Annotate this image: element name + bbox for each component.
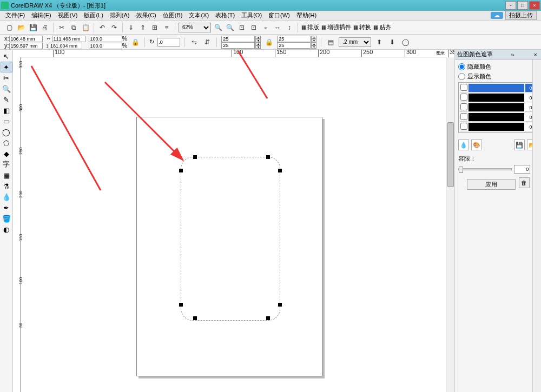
mask-row-checkbox[interactable] — [460, 103, 467, 110]
menu-help[interactable]: 帮助(H) — [293, 11, 320, 19]
eyedropper-icon[interactable]: 💧 — [458, 139, 469, 150]
mask-swatch[interactable] — [469, 113, 524, 122]
mask-swatch[interactable] — [469, 94, 524, 102]
corner-br-input[interactable] — [277, 42, 311, 49]
maximize-button[interactable]: □ — [517, 1, 528, 10]
menu-effects[interactable]: 效果(C) — [133, 11, 160, 19]
print-icon[interactable]: 🖨 — [40, 23, 50, 32]
menu-arrange[interactable]: 排列(A) — [107, 11, 133, 19]
mask-row-checkbox[interactable] — [460, 123, 467, 130]
interactive-fill-tool[interactable]: ◐ — [1, 224, 12, 235]
scale-h-input[interactable] — [89, 43, 122, 49]
apply-button[interactable]: 应用 — [467, 179, 516, 190]
basic-shapes-tool[interactable]: ◆ — [1, 148, 12, 159]
crop-tool[interactable]: ✂ — [1, 72, 12, 83]
mask-swatch[interactable] — [469, 123, 524, 131]
to-back-icon[interactable]: ⬇ — [387, 37, 397, 47]
layout-button[interactable]: ▦ 排版 — [301, 23, 319, 31]
scale-w-input[interactable] — [89, 36, 122, 42]
convert-button[interactable]: ▦ 转换 — [353, 23, 371, 31]
docker-title-bar[interactable]: 位图颜色遮罩 » × — [455, 50, 541, 59]
import-icon[interactable]: ⇓ — [126, 23, 136, 32]
mask-swatch[interactable] — [469, 103, 524, 112]
handle-bottom-r[interactable] — [266, 316, 270, 320]
table-tool[interactable]: ▦ — [1, 170, 12, 181]
mask-row-checkbox[interactable] — [460, 94, 467, 101]
tolerance-slider[interactable] — [458, 168, 512, 170]
menu-view[interactable]: 视图(V) — [55, 11, 81, 19]
docker-menu-icon[interactable]: » — [509, 51, 516, 58]
mask-row-checkbox[interactable] — [460, 84, 467, 91]
save-icon[interactable]: 💾 — [28, 23, 38, 32]
ellipse-tool[interactable]: ◯ — [1, 127, 12, 137]
freehand-tool[interactable]: ✎ — [1, 94, 12, 105]
plugin-button[interactable]: ▦ 增强插件 — [321, 23, 351, 31]
x-input[interactable] — [9, 36, 43, 42]
lock-ratio-icon[interactable]: 🔒 — [130, 37, 140, 47]
mirror-v-icon[interactable]: ⇵ — [202, 37, 212, 47]
menu-layout[interactable]: 版面(L) — [81, 11, 106, 19]
outline-tool[interactable]: ✒ — [1, 202, 12, 213]
zoom-in-icon[interactable]: 🔍 — [213, 23, 223, 32]
interactive-tool[interactable]: ⚗ — [1, 181, 12, 191]
vertical-scrollbar[interactable] — [446, 57, 454, 392]
upload-button[interactable]: 拍摄上传 — [505, 11, 537, 20]
snap-button[interactable]: ▦ 贴齐 — [373, 23, 391, 31]
show-color-radio[interactable] — [458, 73, 465, 80]
to-front-icon[interactable]: ⬆ — [374, 37, 384, 47]
mirror-h-icon[interactable]: ⇋ — [189, 37, 199, 47]
zoom-height-icon[interactable]: ↕ — [285, 23, 294, 32]
cut-icon[interactable]: ✂ — [57, 23, 67, 32]
paste-icon[interactable]: 📋 — [81, 23, 90, 32]
zoom-sel-icon[interactable]: ⊡ — [249, 23, 259, 32]
y-input[interactable] — [9, 43, 43, 49]
menu-text[interactable]: 文本(X) — [186, 11, 212, 19]
handle-left[interactable] — [179, 169, 183, 172]
rounded-rectangle-shape[interactable] — [181, 157, 280, 321]
corner-tl-input[interactable] — [221, 36, 255, 42]
close-button[interactable]: × — [529, 1, 540, 10]
color-palette-strip[interactable] — [532, 59, 541, 392]
edit-color-icon[interactable]: 🎨 — [471, 139, 482, 150]
spin-down-icon[interactable]: ▾ — [255, 45, 261, 49]
zoom-select[interactable]: 62% — [179, 23, 211, 32]
undo-icon[interactable]: ↶ — [97, 23, 107, 32]
open-icon[interactable]: 📂 — [16, 23, 26, 32]
menu-table[interactable]: 表格(T) — [212, 11, 238, 19]
fill-tool[interactable]: 🪣 — [1, 213, 12, 224]
smart-fill-tool[interactable]: ◧ — [1, 105, 12, 116]
mask-row-checkbox[interactable] — [460, 113, 467, 120]
save-mask-icon[interactable]: 💾 — [514, 139, 525, 150]
polygon-tool[interactable]: ⬠ — [1, 137, 12, 148]
copy-icon[interactable]: ⧉ — [69, 23, 78, 32]
export-icon[interactable]: ⇑ — [138, 23, 148, 32]
convert-curves-icon[interactable]: ◯ — [400, 37, 410, 47]
zoom-out-icon[interactable]: 🔍 — [225, 23, 235, 32]
tolerance-input[interactable] — [514, 165, 530, 174]
outline-width-select[interactable]: .2 mm — [339, 37, 371, 47]
menu-bitmap[interactable]: 位图(B) — [160, 11, 186, 19]
zoom-width-icon[interactable]: ↔ — [273, 23, 282, 32]
handle-top-right[interactable] — [266, 155, 270, 159]
redo-icon[interactable]: ↷ — [109, 23, 119, 32]
zoom-tool[interactable]: 🔍 — [1, 83, 12, 94]
minimize-button[interactable]: - — [505, 1, 516, 10]
hide-color-radio[interactable] — [458, 63, 465, 70]
corner-lock-icon[interactable]: 🔒 — [264, 37, 274, 47]
text-tool[interactable]: 字 — [1, 159, 12, 170]
zoom-page-icon[interactable]: ▫ — [261, 23, 270, 32]
corner-bl-input[interactable] — [221, 42, 255, 49]
spin-down-icon[interactable]: ▾ — [311, 45, 316, 49]
docker-close-icon[interactable]: × — [532, 51, 539, 58]
handle-bottom-left[interactable] — [179, 303, 183, 307]
delete-icon[interactable]: 🗑 — [519, 177, 530, 188]
handle-bottom[interactable] — [193, 316, 197, 320]
handle-bottom-right[interactable] — [278, 303, 282, 307]
app-launch-icon[interactable]: ⊞ — [150, 23, 160, 32]
scroll-thumb[interactable] — [447, 122, 454, 187]
welcome-icon[interactable]: ≡ — [162, 23, 171, 32]
handle-right[interactable] — [278, 169, 282, 172]
rectangle-tool[interactable]: ▭ — [1, 116, 12, 127]
height-input[interactable] — [49, 43, 82, 49]
new-icon[interactable]: ▢ — [4, 23, 14, 32]
